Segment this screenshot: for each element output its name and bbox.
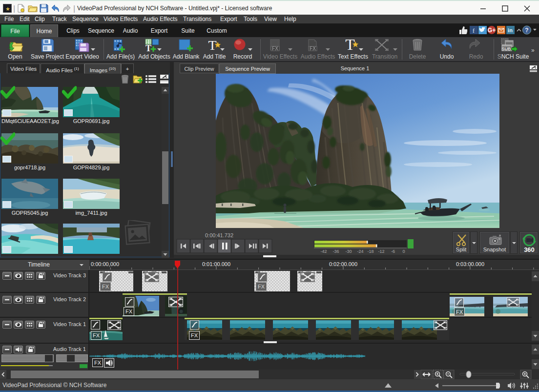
svg-text:T: T <box>145 43 151 53</box>
svg-text:-24: -24 <box>357 249 363 254</box>
svg-text:-12: -12 <box>378 249 384 254</box>
svg-text:0:00:00,000: 0:00:00,000 <box>91 261 119 267</box>
svg-text:-30: -30 <box>345 249 352 254</box>
svg-text:FX: FX <box>310 46 316 51</box>
svg-text:?: ? <box>525 27 528 34</box>
svg-text:T: T <box>208 38 216 53</box>
svg-text:T: T <box>345 37 355 53</box>
svg-text:in: in <box>508 27 513 33</box>
svg-text:FX: FX <box>272 46 278 51</box>
svg-text:360: 360 <box>524 246 535 253</box>
svg-text:-42: -42 <box>320 249 327 254</box>
svg-text:G+: G+ <box>488 27 496 34</box>
svg-text:0: 0 <box>402 249 405 254</box>
svg-text:-18: -18 <box>367 249 373 254</box>
svg-text:-36: -36 <box>332 249 339 254</box>
svg-text:-6: -6 <box>391 249 395 254</box>
svg-text:f: f <box>473 27 475 34</box>
svg-text:SUB: SUB <box>501 46 511 51</box>
